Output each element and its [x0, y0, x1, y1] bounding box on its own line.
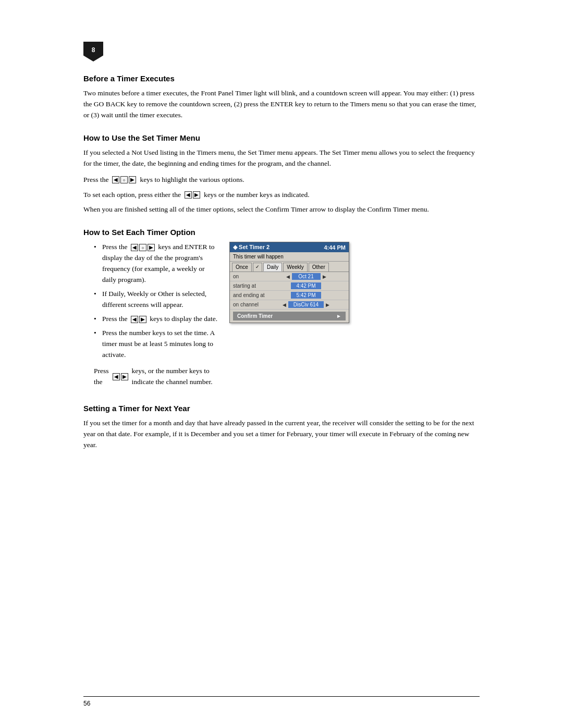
- timer-screen-image: ◆ Set Timer 2 4:44 PM This timer will ha…: [229, 242, 480, 391]
- starting-value: 4:42 PM: [291, 282, 321, 289]
- bullet-4: Press the number keys to set the time. A…: [94, 328, 219, 361]
- page-number: 56: [83, 700, 90, 707]
- diamond-key: ⬦: [120, 176, 128, 183]
- section-next-year: Setting a Timer for Next Year If you set…: [83, 404, 480, 451]
- channel-after: keys, or the number keys to indicate the…: [132, 366, 219, 388]
- section-set-each-option: How to Set Each Timer Option Press the ◀…: [83, 228, 480, 391]
- bullets-column: Press the ◀ ⬦ ▶ keys and ENTER to displa…: [83, 242, 219, 391]
- bottom-rule: [83, 696, 480, 697]
- right-arrow-key: ▶: [129, 176, 136, 183]
- section-set-timer-menu: How to Use the Set Timer Menu If you sel…: [83, 133, 480, 216]
- timer-value-starting: 4:42 PM: [266, 282, 346, 289]
- set-timer-menu-heading: How to Use the Set Timer Menu: [83, 133, 480, 142]
- set-option-before: To set each option, press either the: [83, 190, 181, 201]
- section-before-timer: Before a Timer Executes Two minutes befo…: [83, 74, 480, 121]
- on-value: Oct 21: [292, 273, 321, 280]
- confirm-arrow-icon: ►: [336, 313, 341, 319]
- confirm-timer-btn[interactable]: Confirm Timer ►: [233, 312, 346, 320]
- timer-label-ending: and ending at: [233, 292, 266, 298]
- b4-text: Press the number keys to set the time. A…: [102, 329, 215, 359]
- timer-row-ending: and ending at 5:42 PM: [230, 291, 349, 300]
- channel-line: Press the ◀ ▶ keys, or the number keys t…: [94, 366, 219, 388]
- b1-diamond: ⬦: [139, 244, 146, 251]
- timer-screen-time: 4:44 PM: [324, 244, 346, 251]
- set-option-line: To set each option, press either the ◀ ▶…: [83, 190, 480, 201]
- timer-value-ending: 5:42 PM: [266, 292, 346, 299]
- nav-keys-group1: ◀ ⬦ ▶: [112, 176, 136, 183]
- nav-keys-group2: ◀ ▶: [185, 191, 200, 199]
- channel-value: DisCiv 614: [288, 301, 324, 308]
- page: 8 Before a Timer Executes Two minutes be…: [0, 0, 563, 728]
- b3-right: ▶: [139, 316, 146, 323]
- channel-right: ▶: [121, 373, 128, 380]
- timer-title-bar: ◆ Set Timer 2 4:44 PM: [230, 242, 349, 252]
- b2-text: If Daily, Weekly or Other is selected, d…: [102, 290, 206, 309]
- channel-keys: ◀ ▶: [113, 373, 128, 380]
- timer-label-on: on: [233, 274, 266, 279]
- b1-before: Press the: [102, 243, 129, 251]
- b1-left: ◀: [131, 244, 138, 251]
- before-timer-heading: Before a Timer Executes: [83, 74, 480, 83]
- ending-value: 5:42 PM: [291, 292, 321, 299]
- on-left-btn[interactable]: ◀: [286, 274, 290, 279]
- b1-keys: ◀ ⬦ ▶: [131, 244, 155, 251]
- b3-left: ◀: [131, 316, 138, 323]
- next-year-body: If you set the timer for a month and day…: [83, 418, 480, 451]
- timer-value-on: ◀ Oct 21 ▶: [266, 273, 346, 280]
- set-timer-menu-body1: If you selected a Not Used listing in th…: [83, 147, 480, 169]
- tab-other[interactable]: Other: [309, 263, 329, 272]
- b3-keys: ◀ ▶: [131, 316, 146, 323]
- timer-row-on: on ◀ Oct 21 ▶: [230, 272, 349, 281]
- tab-weekly[interactable]: Weekly: [283, 263, 308, 272]
- left-arrow-key: ◀: [112, 176, 119, 183]
- finished-line: When you are finished setting all of the…: [83, 204, 480, 215]
- bullet-3: Press the ◀ ▶ keys to display the date.: [94, 314, 219, 325]
- press-keys-line: Press the ◀ ⬦ ▶ keys to highlight the va…: [83, 175, 480, 186]
- set-option-after: keys or the number keys as indicated.: [204, 190, 310, 201]
- next-year-heading: Setting a Timer for Next Year: [83, 404, 480, 413]
- timer-screen-title: ◆ Set Timer 2: [233, 244, 270, 251]
- chapter-badge: 8: [83, 42, 103, 61]
- b3-after: keys to display the date.: [150, 315, 217, 323]
- timer-label-starting: starting at: [233, 283, 266, 289]
- right-arrow-key2: ▶: [193, 191, 200, 199]
- timer-screen: ◆ Set Timer 2 4:44 PM This timer will ha…: [229, 242, 349, 323]
- left-arrow-key2: ◀: [185, 191, 192, 199]
- tab-daily[interactable]: Daily: [263, 263, 282, 272]
- timer-row-starting: starting at 4:42 PM: [230, 281, 349, 291]
- timer-subtitle: This timer will happen: [230, 252, 349, 262]
- b1-right: ▶: [148, 244, 155, 251]
- timer-row-channel: on channel ◀ DisCiv 614 ▶: [230, 300, 349, 310]
- chapter-number: 8: [92, 46, 95, 57]
- bullet-2: If Daily, Weekly or Other is selected, d…: [94, 289, 219, 311]
- tab-daily-check: ✓: [253, 263, 262, 272]
- channel-left-btn[interactable]: ◀: [283, 302, 286, 307]
- b3-before: Press the: [102, 315, 129, 323]
- channel-before: Press the: [94, 366, 109, 388]
- before-timer-body: Two minutes before a timer executes, the…: [83, 88, 480, 121]
- confirm-timer-label: Confirm Timer: [237, 313, 273, 319]
- option-bullets: Press the ◀ ⬦ ▶ keys and ENTER to displa…: [94, 242, 219, 360]
- timer-tabs: Once ✓ Daily Weekly Other: [230, 262, 349, 272]
- bullet-1: Press the ◀ ⬦ ▶ keys and ENTER to displa…: [94, 242, 219, 286]
- channel-left: ◀: [113, 373, 120, 380]
- two-col-layout: Press the ◀ ⬦ ▶ keys and ENTER to displa…: [83, 242, 480, 391]
- tab-once[interactable]: Once: [232, 263, 252, 272]
- on-right-btn[interactable]: ▶: [323, 274, 326, 279]
- press-keys-before: Press the: [83, 175, 108, 186]
- timer-label-channel: on channel: [233, 302, 266, 307]
- timer-value-channel: ◀ DisCiv 614 ▶: [266, 301, 346, 308]
- press-keys-after: keys to highlight the various options.: [140, 175, 244, 186]
- channel-right-btn[interactable]: ▶: [326, 302, 329, 307]
- set-each-option-heading: How to Set Each Timer Option: [83, 228, 480, 237]
